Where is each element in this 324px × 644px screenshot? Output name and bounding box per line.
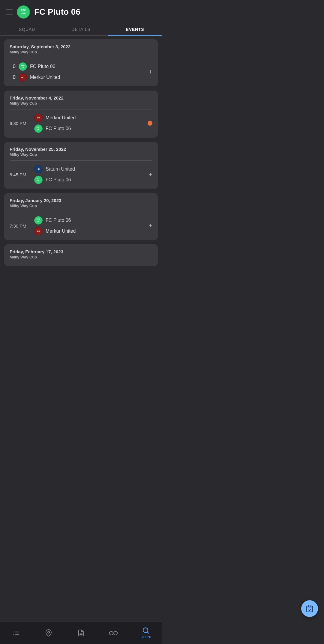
event-date-2: Friday, November 4, 2022 [10,95,152,100]
event-card-4[interactable]: Friday, January 20, 2023 Milky Way Cup 7… [4,193,158,240]
teams-2: MU Merkur United PFC06 FC Pluto 06 [34,114,144,133]
add-event-button-1[interactable]: + [148,68,152,76]
event-divider-1 [10,58,152,58]
page-title: FC Pluto 06 [34,7,156,17]
add-event-button-4[interactable]: + [148,222,152,230]
score-1-2: 0 [10,74,16,80]
tab-details[interactable]: DETAILS [54,23,108,35]
team-name-1-1: FC Pluto 06 [30,64,55,69]
team-badge-2-2: PFC06 [34,124,43,133]
team-row-1-1: 0 PFC06 FC Pluto 06 [10,62,145,71]
score-1-1: 0 [10,64,16,70]
team-name-4-2: Merkur United [46,228,76,234]
match-container-1: 0 PFC06 FC Pluto 06 0 MU Merkur United + [10,62,152,82]
events-list: Saturday, September 3, 2022 Milky Way Cu… [0,36,162,296]
hamburger-menu[interactable] [6,10,13,14]
match-container-3: 8:45 PM ⚽ Saturn United PFC06 FC Pluto 0… [10,165,152,184]
team-row-2-1: MU Merkur United [34,114,144,122]
team-name-1-2: Merkur United [30,75,60,80]
team-logo-text: PFC-06- [21,9,26,15]
team-badge-4-1: PFC06 [34,216,43,225]
tabs-bar: SQUAD DETAILS EVENTS [0,23,162,36]
team-row-4-1: PFC06 FC Pluto 06 [34,216,145,225]
event-competition-3: Milky Way Cup [10,152,152,157]
event-date-1: Saturday, September 3, 2022 [10,44,152,49]
header: PFC-06- FC Pluto 06 [0,0,162,23]
event-card-5[interactable]: Friday, February 17, 2023 Milky Way Cup [4,244,158,266]
team-row-4-2: MU Merkur United [34,227,145,235]
team-row-3-2: PFC06 FC Pluto 06 [34,176,145,184]
event-competition-1: Milky Way Cup [10,50,152,54]
match-container-2: 6:30 PM MU Merkur United PFC06 FC Pluto … [10,114,152,133]
team-badge-1-2: MU [19,73,27,82]
teams-3: ⚽ Saturn United PFC06 FC Pluto 06 [34,165,145,184]
match-time-2: 6:30 PM [10,121,31,126]
teams-1: 0 PFC06 FC Pluto 06 0 MU Merkur United [10,62,145,82]
event-competition-2: Milky Way Cup [10,101,152,106]
event-date-5: Friday, February 17, 2023 [10,249,152,254]
team-name-2-2: FC Pluto 06 [46,126,71,131]
event-competition-4: Milky Way Cup [10,204,152,208]
tab-squad[interactable]: SQUAD [0,23,54,35]
event-date-4: Friday, January 20, 2023 [10,198,152,203]
team-badge-2-1: MU [34,114,43,122]
add-event-button-3[interactable]: + [148,171,152,178]
event-divider-2 [10,109,152,109]
team-row-3-1: ⚽ Saturn United [34,165,145,173]
teams-4: PFC06 FC Pluto 06 MU Merkur United [34,216,145,235]
team-badge-1-1: PFC06 [19,62,27,71]
match-time-4: 7:30 PM [10,223,31,228]
tab-events[interactable]: EVENTS [108,23,162,35]
event-divider-3 [10,160,152,161]
match-container-4: 7:30 PM PFC06 FC Pluto 06 MU Merkur Unit… [10,216,152,235]
event-card-3[interactable]: Friday, November 25, 2022 Milky Way Cup … [4,142,158,189]
event-date-3: Friday, November 25, 2022 [10,147,152,152]
team-name-3-1: Saturn United [46,166,75,172]
team-badge-4-2: MU [34,227,43,235]
event-competition-5: Milky Way Cup [10,255,152,259]
team-row-2-2: PFC06 FC Pluto 06 [34,124,144,133]
event-divider-4 [10,212,152,212]
team-name-2-1: Merkur United [46,115,76,121]
team-logo: PFC-06- [17,5,30,19]
event-card-2[interactable]: Friday, November 4, 2022 Milky Way Cup 6… [4,91,158,138]
team-name-4-1: FC Pluto 06 [46,218,71,223]
team-name-3-2: FC Pluto 06 [46,177,71,183]
team-badge-3-2: PFC06 [34,176,43,184]
match-time-3: 8:45 PM [10,172,31,177]
status-indicator-2 [148,121,152,126]
team-row-1-2: 0 MU Merkur United [10,73,145,82]
team-badge-3-1: ⚽ [34,165,43,173]
event-card-1[interactable]: Saturday, September 3, 2022 Milky Way Cu… [4,39,158,86]
